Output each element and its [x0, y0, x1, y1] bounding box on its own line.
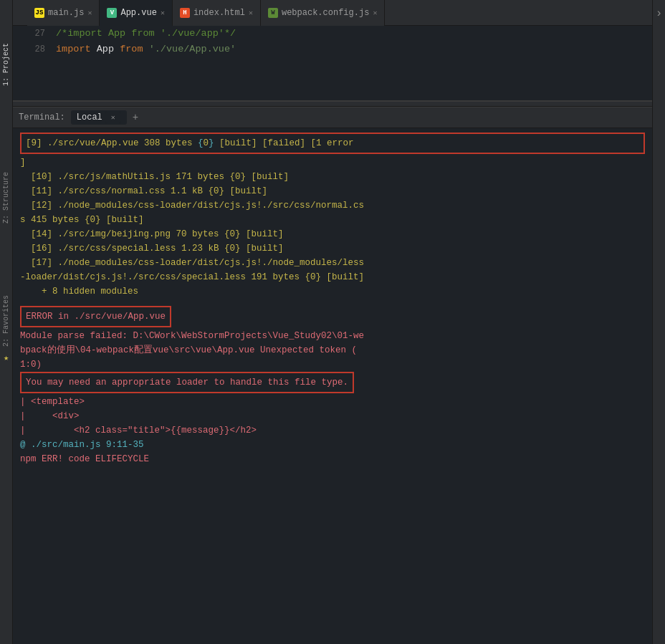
code-line-28: 28 import App from './vue/App.vue'	[13, 42, 652, 57]
code-line-27-content: /*import App from './vue/app'*/	[56, 26, 236, 42]
main-content: JS main.js ✕ V App.vue ✕ H index.html ✕ …	[13, 0, 652, 644]
terminal-line-9: [9] ./src/vue/App.vue 308 bytes	[26, 138, 198, 148]
terminal-section: Terminal: Local ✕ + [9] ./src/vue/App.vu…	[13, 107, 652, 644]
structure-label[interactable]: Z: Structure	[2, 172, 10, 224]
terminal-line-11: [11] ./src/css/normal.css 1.1 kB {0} [bu…	[20, 184, 645, 198]
terminal-tab-local[interactable]: Local ✕	[71, 110, 127, 125]
tab-index-html-close[interactable]: ✕	[249, 9, 253, 17]
favorites-label[interactable]: 2: Favorites	[2, 295, 10, 347]
terminal-header: Terminal: Local ✕ +	[13, 107, 652, 128]
terminal-spacer	[20, 299, 645, 306]
terminal-hidden-modules: + 8 hidden modules	[20, 284, 645, 299]
vue-icon: V	[107, 8, 117, 18]
terminal-new-tab[interactable]: +	[133, 112, 138, 123]
string-path: './vue/App.vue'	[149, 44, 236, 54]
terminal-line-12b: s 415 bytes {0} [built]	[20, 213, 645, 227]
tab-webpack-config-close[interactable]: ✕	[373, 9, 377, 17]
code-line-27: 27 /*import App from './vue/app'*/	[13, 26, 652, 42]
tab-index-html[interactable]: H index.html ✕	[173, 0, 261, 26]
terminal-line-9-bracket: {0}	[198, 138, 214, 148]
js-icon: JS	[34, 8, 44, 18]
terminal-line-10: [10] ./src/js/mathUtils.js 171 bytes {0}…	[20, 170, 645, 184]
right-arrow-icon: ›	[656, 7, 663, 20]
tab-main-js[interactable]: JS main.js ✕	[27, 0, 100, 26]
editor-tabs-bar: JS main.js ✕ V App.vue ✕ H index.html ✕ …	[13, 0, 652, 26]
editor-terminal-separator	[13, 101, 652, 107]
tab-main-js-label: main.js	[48, 8, 84, 18]
terminal-line-16: [16] ./src/css/special.less 1.23 kB {0} …	[20, 241, 645, 256]
terminal-module-parse-3: 1:0)	[20, 357, 645, 372]
html-icon: H	[180, 8, 190, 18]
project-label[interactable]: 1: Project	[2, 43, 10, 86]
left-side-panel: 1: Project Z: Structure 2: Favorites ★	[0, 0, 13, 644]
terminal-tab-name: Local	[77, 112, 102, 122]
terminal-h2-line: | <h2 class="title">{{message}}</h2>	[20, 423, 645, 438]
keyword-import: import	[56, 44, 97, 54]
code-line-28-content: import App from './vue/App.vue'	[56, 42, 236, 57]
tab-app-vue[interactable]: V App.vue ✕	[100, 0, 172, 26]
terminal-error-box-2: ERROR in ./src/vue/App.vue	[20, 306, 171, 327]
terminal-module-parse-2: bpack的使用\04-webpack配置vue\src\vue\App.vue…	[20, 343, 645, 357]
tab-main-js-close[interactable]: ✕	[87, 9, 92, 17]
terminal-module-parse-1: Module parse failed: D:\CWork\WebStormPr…	[20, 329, 645, 343]
terminal-npm-err: npm ERR! code ELIFECYCLE	[20, 452, 645, 466]
line-number-28: 28	[20, 42, 45, 57]
terminal-error-box-3: You may need an appropriate loader to ha…	[20, 372, 354, 393]
terminal-tab-close[interactable]: ✕	[105, 112, 121, 123]
terminal-at-line: @ ./src/main.js 9:11-35	[20, 438, 645, 452]
tab-index-html-label: index.html	[193, 8, 245, 18]
terminal-div-line: | <div>	[20, 409, 645, 423]
terminal-line-12: [12] ./node_modules/css-loader/dist/cjs.…	[20, 198, 645, 213]
tab-webpack-config-label: webpack.config.js	[282, 8, 369, 18]
right-side-panel: ›	[652, 0, 665, 644]
terminal-label: Terminal:	[19, 112, 65, 122]
keyword-from: from	[120, 44, 149, 54]
terminal-loader-msg: You may need an appropriate loader to ha…	[26, 378, 348, 388]
terminal-error-box-1: [9] ./src/vue/App.vue 308 bytes {0} [bui…	[20, 133, 645, 154]
code-app: App	[97, 44, 120, 54]
star-icon: ★	[4, 352, 9, 363]
tab-app-vue-close[interactable]: ✕	[161, 9, 165, 17]
terminal-line-9-end: ]	[20, 155, 645, 170]
terminal-line-17: [17] ./node_modules/css-loader/dist/cjs.…	[20, 256, 645, 270]
terminal-body[interactable]: [9] ./src/vue/App.vue 308 bytes {0} [bui…	[13, 128, 652, 644]
terminal-error-label: ERROR in ./src/vue/App.vue	[26, 312, 166, 322]
terminal-line-17b: -loader/dist/cjs.js!./src/css/special.le…	[20, 270, 645, 284]
tab-webpack-config[interactable]: W webpack.config.js ✕	[261, 0, 385, 26]
terminal-line-14: [14] ./src/img/beijing.png 70 bytes {0} …	[20, 227, 645, 241]
line-number-27: 27	[20, 26, 45, 42]
webpack-icon: W	[268, 8, 278, 18]
editor-area: 27 /*import App from './vue/app'*/ 28 im…	[13, 26, 652, 101]
tab-app-vue-label: App.vue	[120, 8, 156, 18]
terminal-template-line: | <template>	[20, 395, 645, 409]
